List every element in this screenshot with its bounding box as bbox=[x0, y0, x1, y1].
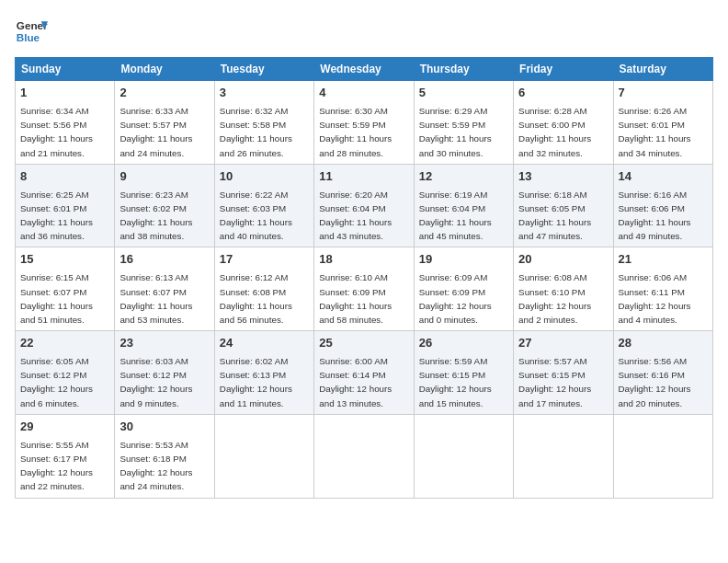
day-info: Sunrise: 6:30 AMSunset: 5:59 PMDaylight:… bbox=[319, 106, 392, 158]
calendar-cell: 15 Sunrise: 6:15 AMSunset: 6:07 PMDaylig… bbox=[16, 247, 115, 331]
day-number: 2 bbox=[119, 85, 209, 102]
day-number: 28 bbox=[619, 335, 708, 352]
calendar-cell: 6 Sunrise: 6:28 AMSunset: 6:00 PMDayligh… bbox=[514, 81, 613, 165]
calendar-cell: 28 Sunrise: 5:56 AMSunset: 6:16 PMDaylig… bbox=[613, 331, 712, 415]
calendar-cell: 5 Sunrise: 6:29 AMSunset: 5:59 PMDayligh… bbox=[414, 81, 513, 165]
day-number: 22 bbox=[20, 335, 109, 352]
day-number: 10 bbox=[220, 168, 309, 186]
day-number: 9 bbox=[119, 168, 209, 186]
day-number: 29 bbox=[20, 419, 109, 436]
day-info: Sunrise: 6:28 AMSunset: 6:00 PMDaylight:… bbox=[518, 106, 591, 158]
day-info: Sunrise: 6:22 AMSunset: 6:03 PMDaylight:… bbox=[220, 190, 292, 242]
calendar-cell: 26 Sunrise: 5:59 AMSunset: 6:15 PMDaylig… bbox=[414, 331, 513, 415]
day-info: Sunrise: 6:19 AMSunset: 6:04 PMDaylight:… bbox=[419, 190, 492, 242]
calendar-cell: 30 Sunrise: 5:53 AMSunset: 6:18 PMDaylig… bbox=[115, 414, 214, 498]
day-info: Sunrise: 6:26 AMSunset: 6:01 PMDaylight:… bbox=[619, 106, 691, 158]
svg-text:Blue: Blue bbox=[17, 31, 40, 43]
day-number: 4 bbox=[319, 85, 408, 102]
day-number: 26 bbox=[419, 335, 508, 352]
calendar-cell: 23 Sunrise: 6:03 AMSunset: 6:12 PMDaylig… bbox=[115, 331, 214, 415]
day-number: 1 bbox=[20, 85, 109, 102]
calendar-header: SundayMondayTuesdayWednesdayThursdayFrid… bbox=[16, 58, 713, 81]
day-number: 7 bbox=[619, 85, 708, 102]
day-info: Sunrise: 6:32 AMSunset: 5:58 PMDaylight:… bbox=[220, 106, 292, 158]
day-number: 23 bbox=[119, 335, 209, 352]
day-info: Sunrise: 6:15 AMSunset: 6:07 PMDaylight:… bbox=[20, 272, 93, 325]
calendar-cell: 9 Sunrise: 6:23 AMSunset: 6:02 PMDayligh… bbox=[115, 164, 214, 247]
day-number: 14 bbox=[619, 168, 708, 186]
calendar-week-3: 15 Sunrise: 6:15 AMSunset: 6:07 PMDaylig… bbox=[16, 247, 713, 331]
day-number: 12 bbox=[419, 168, 508, 186]
day-number: 24 bbox=[220, 335, 309, 352]
weekday-header-thursday: Thursday bbox=[414, 58, 513, 81]
day-number: 6 bbox=[518, 85, 608, 102]
day-info: Sunrise: 5:55 AMSunset: 6:17 PMDaylight:… bbox=[20, 440, 93, 492]
weekday-header-tuesday: Tuesday bbox=[214, 58, 313, 81]
calendar-cell: 13 Sunrise: 6:18 AMSunset: 6:05 PMDaylig… bbox=[514, 164, 613, 247]
calendar-cell: 22 Sunrise: 6:05 AMSunset: 6:12 PMDaylig… bbox=[16, 331, 115, 415]
calendar-cell bbox=[214, 414, 313, 498]
calendar-cell: 18 Sunrise: 6:10 AMSunset: 6:09 PMDaylig… bbox=[314, 247, 414, 331]
day-info: Sunrise: 6:08 AMSunset: 6:10 PMDaylight:… bbox=[518, 272, 591, 325]
day-number: 15 bbox=[20, 251, 109, 269]
day-number: 17 bbox=[220, 251, 309, 269]
calendar-week-4: 22 Sunrise: 6:05 AMSunset: 6:12 PMDaylig… bbox=[16, 331, 713, 415]
calendar-cell: 29 Sunrise: 5:55 AMSunset: 6:17 PMDaylig… bbox=[16, 414, 115, 498]
day-number: 18 bbox=[319, 251, 408, 269]
calendar-table: SundayMondayTuesdayWednesdayThursdayFrid… bbox=[15, 57, 713, 499]
day-number: 25 bbox=[319, 335, 408, 352]
day-info: Sunrise: 6:06 AMSunset: 6:11 PMDaylight:… bbox=[619, 272, 691, 325]
calendar-cell: 2 Sunrise: 6:33 AMSunset: 5:57 PMDayligh… bbox=[115, 81, 214, 165]
calendar-cell: 1 Sunrise: 6:34 AMSunset: 5:56 PMDayligh… bbox=[16, 81, 115, 165]
day-number: 11 bbox=[319, 168, 408, 186]
calendar-cell: 21 Sunrise: 6:06 AMSunset: 6:11 PMDaylig… bbox=[613, 247, 712, 331]
day-info: Sunrise: 6:34 AMSunset: 5:56 PMDaylight:… bbox=[20, 106, 93, 158]
day-number: 16 bbox=[119, 251, 209, 269]
page-header: General Blue bbox=[15, 15, 713, 48]
day-number: 20 bbox=[518, 251, 608, 269]
day-info: Sunrise: 6:23 AMSunset: 6:02 PMDaylight:… bbox=[119, 190, 192, 242]
calendar-cell: 24 Sunrise: 6:02 AMSunset: 6:13 PMDaylig… bbox=[214, 331, 313, 415]
day-info: Sunrise: 6:20 AMSunset: 6:04 PMDaylight:… bbox=[319, 190, 392, 242]
calendar-cell: 17 Sunrise: 6:12 AMSunset: 6:08 PMDaylig… bbox=[214, 247, 313, 331]
weekday-header-monday: Monday bbox=[115, 58, 214, 81]
day-number: 30 bbox=[119, 419, 209, 436]
calendar-cell: 10 Sunrise: 6:22 AMSunset: 6:03 PMDaylig… bbox=[214, 164, 313, 247]
day-info: Sunrise: 6:33 AMSunset: 5:57 PMDaylight:… bbox=[119, 106, 192, 158]
calendar-cell: 27 Sunrise: 5:57 AMSunset: 6:15 PMDaylig… bbox=[514, 331, 613, 415]
calendar-cell: 3 Sunrise: 6:32 AMSunset: 5:58 PMDayligh… bbox=[214, 81, 313, 165]
day-info: Sunrise: 6:25 AMSunset: 6:01 PMDaylight:… bbox=[20, 190, 93, 242]
weekday-header-saturday: Saturday bbox=[613, 58, 712, 81]
calendar-cell: 14 Sunrise: 6:16 AMSunset: 6:06 PMDaylig… bbox=[613, 164, 712, 247]
day-info: Sunrise: 5:59 AMSunset: 6:15 PMDaylight:… bbox=[419, 356, 492, 408]
calendar-week-1: 1 Sunrise: 6:34 AMSunset: 5:56 PMDayligh… bbox=[16, 81, 713, 165]
day-info: Sunrise: 6:18 AMSunset: 6:05 PMDaylight:… bbox=[518, 190, 591, 242]
calendar-cell: 12 Sunrise: 6:19 AMSunset: 6:04 PMDaylig… bbox=[414, 164, 513, 247]
calendar-cell: 25 Sunrise: 6:00 AMSunset: 6:14 PMDaylig… bbox=[314, 331, 414, 415]
day-info: Sunrise: 6:13 AMSunset: 6:07 PMDaylight:… bbox=[119, 272, 192, 325]
calendar-cell bbox=[414, 414, 513, 498]
day-number: 19 bbox=[419, 251, 508, 269]
day-info: Sunrise: 5:53 AMSunset: 6:18 PMDaylight:… bbox=[119, 440, 192, 492]
day-info: Sunrise: 6:29 AMSunset: 5:59 PMDaylight:… bbox=[419, 106, 492, 158]
day-info: Sunrise: 6:10 AMSunset: 6:09 PMDaylight:… bbox=[319, 272, 392, 325]
day-number: 13 bbox=[518, 168, 608, 186]
calendar-cell bbox=[613, 414, 712, 498]
calendar-cell: 11 Sunrise: 6:20 AMSunset: 6:04 PMDaylig… bbox=[314, 164, 414, 247]
day-number: 27 bbox=[518, 335, 608, 352]
logo-icon: General Blue bbox=[15, 15, 48, 48]
calendar-cell bbox=[514, 414, 613, 498]
weekday-header-sunday: Sunday bbox=[16, 58, 115, 81]
day-info: Sunrise: 6:00 AMSunset: 6:14 PMDaylight:… bbox=[319, 356, 392, 408]
calendar-cell: 4 Sunrise: 6:30 AMSunset: 5:59 PMDayligh… bbox=[314, 81, 414, 165]
day-info: Sunrise: 6:09 AMSunset: 6:09 PMDaylight:… bbox=[419, 272, 492, 325]
day-info: Sunrise: 6:02 AMSunset: 6:13 PMDaylight:… bbox=[220, 356, 292, 408]
day-info: Sunrise: 6:12 AMSunset: 6:08 PMDaylight:… bbox=[220, 272, 292, 325]
day-info: Sunrise: 5:56 AMSunset: 6:16 PMDaylight:… bbox=[619, 356, 691, 408]
day-number: 8 bbox=[20, 168, 109, 186]
calendar-cell: 19 Sunrise: 6:09 AMSunset: 6:09 PMDaylig… bbox=[414, 247, 513, 331]
day-number: 3 bbox=[220, 85, 309, 102]
calendar-cell: 7 Sunrise: 6:26 AMSunset: 6:01 PMDayligh… bbox=[613, 81, 712, 165]
day-info: Sunrise: 6:16 AMSunset: 6:06 PMDaylight:… bbox=[619, 190, 691, 242]
day-info: Sunrise: 6:03 AMSunset: 6:12 PMDaylight:… bbox=[119, 356, 192, 408]
